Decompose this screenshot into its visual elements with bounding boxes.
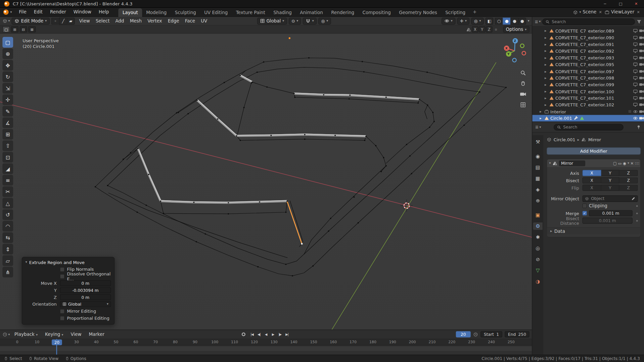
loop-cut-tool[interactable]: ≡ [2, 175, 13, 186]
stopwatch-icon[interactable] [473, 332, 478, 337]
menu-item[interactable]: Edit [30, 8, 46, 16]
move-z-field[interactable]: 0 m [60, 294, 111, 300]
render-disable-icon[interactable] [639, 82, 644, 87]
tab-object[interactable]: ▣ [533, 211, 543, 219]
object-name[interactable]: CORVETTE_C7_exterior.101 [555, 96, 614, 101]
viewport-disable-icon[interactable] [633, 96, 638, 101]
object-name[interactable]: CORVETTE_C7_exterior.102 [555, 102, 614, 107]
bisect-toggle[interactable]: Y [601, 177, 619, 184]
data-subpanel-header[interactable]: ▸ Data [547, 227, 640, 235]
jump-to-next-keyframe-button[interactable]: |▶ [276, 331, 283, 338]
snap-indicator-icon[interactable]: ⌗ [495, 27, 497, 32]
viewport-menu-item[interactable]: Vertex [145, 17, 165, 24]
object-name[interactable]: CORVETTE_C7_exterior.099 [555, 82, 614, 87]
axis-toggle[interactable]: Z [619, 170, 638, 176]
render-disable-icon[interactable] [639, 35, 644, 40]
object-name[interactable]: CORVETTE_C7_exterior.091 [555, 42, 614, 47]
extrude-region-tool[interactable]: ⇧ [2, 140, 13, 151]
workspace-tab[interactable]: Rendering [327, 8, 358, 17]
viewport-menu-item[interactable]: Mesh [127, 17, 145, 24]
scene-selector[interactable]: ▾ Scene ✕ [573, 9, 603, 15]
expand-arrow-icon[interactable]: ▸ [540, 116, 543, 120]
pivot-point-dropdown[interactable]: ⊙▾ [289, 17, 301, 24]
expand-arrow-icon[interactable]: ▸ [545, 89, 548, 93]
timeline-tracks[interactable] [0, 346, 532, 355]
bisect-toggle[interactable]: X [582, 177, 601, 184]
auto-keying-record-button[interactable] [241, 332, 245, 336]
outliner-object-row[interactable]: ▸ CORVETTE_C7_exterior.091 [532, 41, 644, 48]
camera-view-icon[interactable] [519, 90, 527, 98]
measure-tool[interactable]: ∡ [2, 117, 13, 128]
tab-constraints[interactable]: ⊘ [533, 256, 543, 263]
rotate-tool[interactable]: ↻ [2, 71, 13, 82]
dissolve-orthogonal-checkbox[interactable] [60, 274, 64, 278]
animate-decorator-icon[interactable] [636, 212, 638, 214]
timeline-editor-type[interactable]: ▾ [2, 332, 10, 337]
viewport-menu-item[interactable]: Face [182, 17, 198, 24]
outliner-object-row[interactable]: ▸ CORVETTE_C7_exterior.099 [532, 81, 644, 88]
edge-slide-tool[interactable]: ⇆ [2, 232, 13, 243]
symmetry-axis-toggle[interactable]: Y [479, 26, 486, 32]
collection-name[interactable]: Interior [550, 109, 566, 114]
tab-object-data[interactable]: ▽ [533, 267, 543, 274]
transform-orientation-dropdown[interactable]: Global ▾ [257, 17, 287, 24]
expand-arrow-icon[interactable]: ▸ [545, 96, 548, 100]
play-button[interactable]: ▶ [269, 331, 276, 338]
object-name[interactable]: CORVETTE_C7_exterior.100 [555, 89, 614, 94]
workspace-tab[interactable]: UV Editing [200, 8, 232, 17]
outliner-object-row[interactable]: ▸ CORVETTE_C7_exterior.089 [532, 28, 644, 34]
viewport-disable-icon[interactable] [633, 42, 638, 47]
gizmo-minus-z-axis[interactable] [512, 58, 516, 62]
move-y-field[interactable]: -0.003094 m [60, 287, 111, 293]
drag-handle-icon[interactable]: ∷∷ [635, 161, 638, 165]
symmetry-axis-toggle[interactable]: Z [486, 26, 493, 32]
modifier-name-field[interactable]: Mirror [559, 160, 585, 166]
shrink-fatten-tool[interactable]: ⇕ [2, 244, 13, 255]
render-disable-icon[interactable] [639, 89, 644, 94]
add-workspace-button[interactable]: + [469, 9, 480, 16]
select-box-tool[interactable]: ▢ [2, 37, 13, 48]
expand-arrow-icon[interactable]: ▸ [540, 109, 543, 113]
viewport-disable-icon[interactable] [633, 35, 638, 40]
editor-type-selector[interactable]: ▾ [2, 18, 10, 23]
gizmo-x-axis[interactable]: X [504, 45, 509, 51]
cursor-tool[interactable]: ⊕ [2, 48, 13, 59]
tab-tool[interactable]: ⚒ [533, 138, 543, 146]
modifier-extras-chevron-icon[interactable]: ▾ [628, 161, 629, 165]
selected-edge[interactable] [287, 201, 302, 244]
proportional-editing-checkbox[interactable] [60, 316, 64, 320]
viewport-disable-icon[interactable] [633, 89, 638, 94]
expand-arrow-icon[interactable]: ▸ [545, 103, 548, 107]
current-frame-field[interactable]: 20 [456, 331, 471, 337]
render-disable-icon[interactable] [639, 62, 644, 67]
viewport-menu-item[interactable]: Add [112, 17, 127, 24]
viewport-3d[interactable]: User Perspective (20) Circle.001 ▢⊕✥↻⇲✢✎… [0, 34, 532, 329]
minimize-button[interactable]: ─ [597, 0, 613, 8]
object-name[interactable]: CORVETTE_C7_exterior.093 [555, 55, 614, 60]
outliner-object-row[interactable]: ▸ CORVETTE_C7_exterior.098 [532, 74, 644, 81]
mode-dropdown[interactable]: Edit Mode ▾ [11, 17, 50, 24]
clipping-checkbox[interactable] [582, 204, 587, 208]
playhead-frame-badge[interactable]: 20 [52, 340, 62, 345]
render-disable-icon[interactable] [639, 116, 644, 121]
shading-wireframe-button[interactable]: ○ [495, 17, 503, 24]
object-name[interactable]: CORVETTE_C7_exterior.098 [555, 75, 614, 81]
operator-panel-header[interactable]: ▾ Extrude Region and Move [26, 259, 111, 266]
mirror-editing-checkbox[interactable] [60, 309, 64, 313]
jump-to-end-button[interactable]: ▶| [283, 331, 290, 338]
expand-arrow-icon[interactable]: ▸ [545, 56, 548, 60]
workspace-tab[interactable]: Sculpting [171, 8, 200, 17]
frame-start-field[interactable]: Start1 [480, 331, 502, 337]
shading-material-button[interactable]: ● [510, 17, 518, 24]
shading-options-chevron-icon[interactable]: ▾ [528, 19, 530, 22]
menu-item[interactable]: Window [70, 8, 95, 16]
gizmo-minus-x-axis[interactable] [521, 51, 526, 55]
menu-item[interactable]: File [15, 8, 30, 16]
tab-particles[interactable]: ✱ [533, 234, 543, 241]
flip-normals-checkbox[interactable] [60, 267, 64, 271]
modifier-close-icon[interactable]: ✕ [631, 161, 634, 165]
active-vertex[interactable] [301, 243, 303, 245]
annotate-tool[interactable]: ✎ [2, 106, 13, 117]
show-gizmo-dropdown[interactable]: ✛▾ [457, 17, 469, 24]
tab-view-layer[interactable]: ▦ [533, 175, 543, 182]
